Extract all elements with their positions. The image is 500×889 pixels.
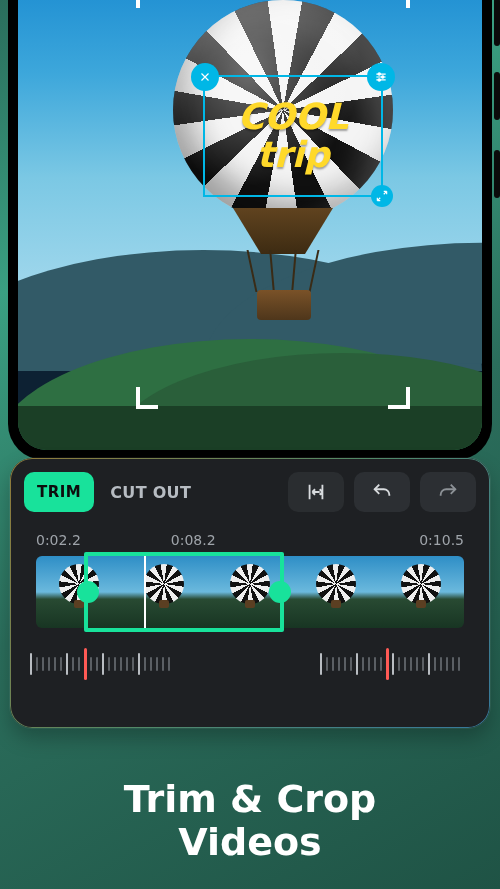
cutout-tab[interactable]: CUT OUT xyxy=(104,472,197,512)
svg-point-0 xyxy=(378,73,380,75)
redo-button[interactable] xyxy=(420,472,476,512)
undo-button[interactable] xyxy=(354,472,410,512)
phone-side-button xyxy=(494,150,500,198)
playhead[interactable] xyxy=(144,556,146,628)
ruler-marker[interactable] xyxy=(386,648,389,680)
text-overlay-box[interactable]: COOL trip xyxy=(203,75,383,197)
crop-corner-top-right[interactable] xyxy=(388,0,410,8)
sliders-icon[interactable] xyxy=(367,63,395,91)
trim-tab[interactable]: TRIM xyxy=(24,472,94,512)
ruler-marker[interactable] xyxy=(84,648,87,680)
expand-icon[interactable] xyxy=(371,185,393,207)
phone-mockup: COOL trip xyxy=(8,0,492,460)
crop-corner-top-left[interactable] xyxy=(136,0,158,8)
video-preview[interactable]: COOL trip xyxy=(18,0,482,450)
caption-line2: Videos xyxy=(0,821,500,865)
overlay-text-line2: trip xyxy=(256,136,329,174)
fit-width-button[interactable] xyxy=(288,472,344,512)
phone-side-button xyxy=(494,72,500,120)
crop-corner-bottom-right[interactable] xyxy=(388,387,410,409)
trim-handle-left[interactable] xyxy=(77,581,99,603)
svg-point-1 xyxy=(382,76,384,78)
time-mid: 0:08.2 xyxy=(171,532,419,548)
time-end: 0:10.5 xyxy=(419,532,464,548)
fine-rulers xyxy=(30,650,470,678)
toolbar: TRIM CUT OUT xyxy=(24,472,476,512)
slide-caption: Trim & Crop Videos xyxy=(0,778,500,865)
time-start: 0:02.2 xyxy=(36,532,81,548)
editor-panel: TRIM CUT OUT 0:02.2 0:08.2 0:10.5 xyxy=(10,458,490,728)
ruler-left[interactable] xyxy=(30,650,180,678)
svg-point-2 xyxy=(378,79,380,81)
overlay-text: COOL trip xyxy=(205,77,381,195)
time-labels: 0:02.2 0:08.2 0:10.5 xyxy=(36,532,464,548)
crop-corner-bottom-left[interactable] xyxy=(136,387,158,409)
ruler-right[interactable] xyxy=(320,650,470,678)
app-store-slide: COOL trip TRIM CUT OUT xyxy=(0,0,500,889)
crop-frame[interactable] xyxy=(138,0,408,407)
caption-line1: Trim & Crop xyxy=(0,778,500,822)
overlay-text-line1: COOL xyxy=(238,98,349,136)
timeline[interactable] xyxy=(36,556,464,628)
close-icon[interactable] xyxy=(191,63,219,91)
phone-side-button xyxy=(494,0,500,46)
trim-selection[interactable] xyxy=(84,552,284,632)
trim-handle-right[interactable] xyxy=(269,581,291,603)
